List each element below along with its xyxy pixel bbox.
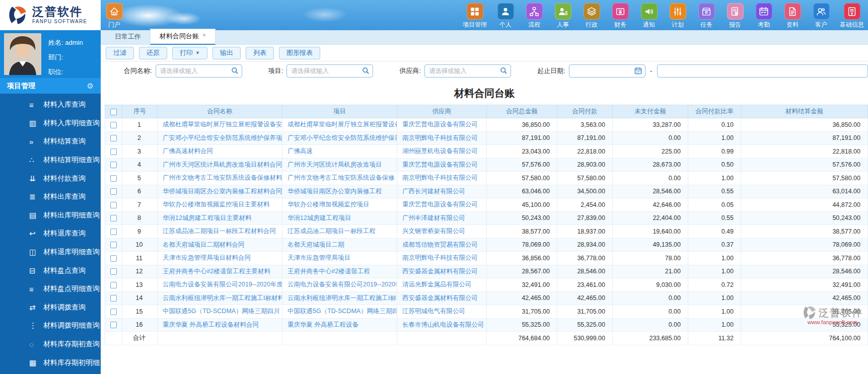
supplier-link[interactable]: 长春市博山机电设备有限公司 [397, 318, 487, 332]
nav-module-file[interactable]: 资料 [782, 3, 803, 29]
sidebar-item[interactable]: ◫材料退库明细查询 [0, 243, 101, 262]
select-all-checkbox[interactable] [110, 109, 117, 115]
nav-module-package[interactable]: 任务 [696, 3, 716, 29]
row-checkbox[interactable] [110, 162, 117, 168]
nav-module-grid[interactable]: 项目管理 [463, 3, 487, 29]
chart-report-button[interactable]: 图形报表 [279, 47, 320, 59]
row-checkbox[interactable] [110, 309, 117, 315]
project-link[interactable]: 广州市文物考古工地安防系统设备保修 [282, 172, 397, 185]
row-checkbox[interactable] [110, 282, 117, 288]
sidebar-item[interactable]: ▤材料出库明细查询 [0, 206, 101, 225]
sidebar-item[interactable]: ∴材料结算明细查询 [0, 151, 101, 170]
contract-name-input[interactable] [156, 64, 242, 78]
supplier-link[interactable]: 重庆艺普电源设备有限公司 [397, 158, 487, 172]
row-checkbox[interactable] [110, 175, 117, 182]
project-link[interactable]: 广佛高速 [282, 145, 397, 159]
list-view-button[interactable]: 列表 [246, 47, 274, 59]
search-icon[interactable] [231, 67, 239, 74]
row-checkbox[interactable] [110, 215, 117, 221]
project-link[interactable]: 名都天府城项目二期 [282, 238, 397, 252]
nav-home[interactable]: 门户 [103, 3, 126, 29]
sidebar-item[interactable]: ▥材料入库明细查询 [0, 114, 101, 133]
row-checkbox[interactable] [110, 122, 117, 128]
contract-name-link[interactable]: 华润12城房建工程项目主要材料 [158, 211, 282, 225]
search-icon[interactable] [500, 67, 508, 74]
supplier-link[interactable]: 江苏明城电气有限公司 [397, 305, 487, 319]
tab-material-contract-ledger[interactable]: 材料合同台账× [150, 29, 215, 45]
print-dropdown-button[interactable]: 打印▼ [172, 47, 207, 59]
sidebar-item[interactable]: ≡材料入库查询 [0, 96, 101, 114]
project-link[interactable]: 云南水利枢纽潜明水库一期工程施工I标 [282, 291, 397, 305]
row-checkbox[interactable] [110, 242, 117, 248]
project-link[interactable]: 中国联通5G（TD-SCDMA）网络三期四川 [282, 305, 397, 319]
row-checkbox[interactable] [110, 188, 117, 195]
row-checkbox[interactable] [110, 268, 117, 275]
contract-name-link[interactable]: 名都天府城项目二期材料合同 [158, 238, 282, 252]
supplier-link[interactable]: 广州丰泽建材有限公司 [397, 211, 487, 225]
supplier-link[interactable]: 南京明辉电子科技有限公司 [397, 252, 487, 265]
row-checkbox[interactable] [110, 202, 117, 208]
supplier-link[interactable]: 重庆艺普电源设备有限公司 [397, 198, 487, 212]
project-link[interactable]: 王府井商务中心#2楼遗留工程 [282, 265, 397, 278]
filter-button[interactable]: 过滤 [106, 47, 134, 59]
sidebar-item[interactable]: ⋮材料调拨明细查询 [0, 317, 101, 335]
nav-module-user[interactable]: 个人 [495, 3, 516, 29]
contract-name-link[interactable]: 成都杜甫草堂临时展厅独立展柜报警设备安装 [158, 118, 282, 132]
contract-name-link[interactable]: 王府井商务中心#2楼遗留工程主要材料 [158, 265, 282, 278]
project-link[interactable]: 华侨城项目南区办公室内装修工程 [282, 185, 397, 198]
nav-module-money[interactable]: 财务 [610, 3, 630, 29]
supplier-link[interactable]: 南京明辉电子科技有限公司 [397, 131, 487, 145]
nav-module-person[interactable]: 人事 [553, 3, 573, 29]
nav-module-speaker[interactable]: 通知 [639, 3, 659, 29]
nav-module-sliders[interactable]: 计划 [668, 3, 688, 29]
search-icon[interactable] [362, 67, 370, 74]
close-tab-icon[interactable]: × [202, 32, 206, 39]
supplier-input[interactable] [424, 64, 511, 78]
end-date-input[interactable] [657, 64, 868, 78]
contract-name-link[interactable]: 广佛高速材料合同 [158, 145, 282, 159]
supplier-link[interactable]: 广西长河建材有限公司 [397, 185, 487, 198]
sidebar-item[interactable]: ◌材料库存期初查询 [0, 335, 101, 354]
sidebar-item[interactable]: ▦材料库存期初明细 [0, 353, 101, 372]
project-link[interactable]: 重庆华夏 外高桥工程设备 [282, 318, 397, 332]
calendar-icon[interactable] [634, 67, 642, 74]
supplier-link[interactable]: 兴文钢管桥架有限公司 [397, 225, 487, 239]
project-link[interactable]: 成都杜甫草堂临时展厅独立展柜报警设备安装 [282, 118, 397, 132]
supplier-link[interactable]: 成都笃信物资贸易有限公司 [397, 238, 487, 252]
gear-icon[interactable]: ⚙ [87, 82, 94, 91]
project-link[interactable]: 华润12城房建工程项目 [282, 211, 397, 225]
nav-module-layers[interactable]: 行政 [582, 3, 602, 29]
project-link[interactable]: 云南电力设备安装有限公司2019--2020年度 [282, 278, 397, 292]
sidebar-item[interactable]: ≡材料盘点明细查询 [0, 280, 101, 298]
row-checkbox[interactable] [110, 135, 117, 141]
contract-name-link[interactable]: 云南电力设备安装有限公司2019--2020年度 [158, 278, 282, 292]
contract-name-link[interactable]: 中国联通5G（TD-SCDMA）网络三期四川 [158, 305, 282, 319]
sidebar-item[interactable]: ⇄材料调拨查询 [0, 298, 101, 317]
contract-name-link[interactable]: 云南水利枢纽潜明水库一期工程施工I标材料 [158, 291, 282, 305]
project-link[interactable]: 天津市应急管理局项目 [282, 252, 397, 265]
contract-name-link[interactable]: 重庆华夏 外高桥工程设备材料合同 [158, 318, 282, 332]
project-link[interactable]: 广安邓小平纪念馆安全防范系统维护保养项目 [282, 131, 397, 145]
project-input[interactable] [286, 64, 373, 78]
export-button[interactable]: 输出 [212, 47, 241, 59]
sidebar-item[interactable]: ⊟材料盘点查询 [0, 261, 101, 280]
project-link[interactable]: 华软办公楼增加视频监控项目 [282, 198, 397, 212]
contract-name-link[interactable]: 广州市天河区统计局机房改造项目材料合同 [158, 158, 282, 172]
supplier-link[interactable]: 西安盛器金属材料有限公司 [397, 265, 487, 278]
reset-button[interactable]: 还原 [139, 47, 167, 59]
sidebar-item[interactable]: ⇊材料付款查询 [0, 169, 101, 188]
tab-daily-work[interactable]: 日常工作 [106, 30, 150, 44]
project-link[interactable]: 江苏成品油二期项目一标段工程 [282, 225, 397, 239]
contract-name-link[interactable]: 华软办公楼增加视频监控项目主要材料 [158, 198, 282, 212]
nav-module-info[interactable]: 基础信息 [840, 3, 864, 29]
contract-name-link[interactable]: 广安邓小平纪念馆安全防范系统维护保养项目 [158, 131, 282, 145]
supplier-link[interactable]: 清远光辉金属品有限公司 [397, 278, 487, 292]
row-checkbox[interactable] [110, 229, 117, 235]
sidebar-item[interactable]: ↩材料退库查询 [0, 225, 101, 243]
supplier-link[interactable]: 西安盛器金属材料有限公司 [397, 291, 487, 305]
row-checkbox[interactable] [110, 255, 117, 262]
supplier-link[interactable]: 南京明辉电子科技有限公司 [397, 172, 487, 185]
sidebar-item[interactable]: ≣材料出库查询 [0, 188, 101, 206]
nav-module-calendar[interactable]: 考勤 [754, 3, 774, 29]
row-checkbox[interactable] [110, 295, 117, 302]
